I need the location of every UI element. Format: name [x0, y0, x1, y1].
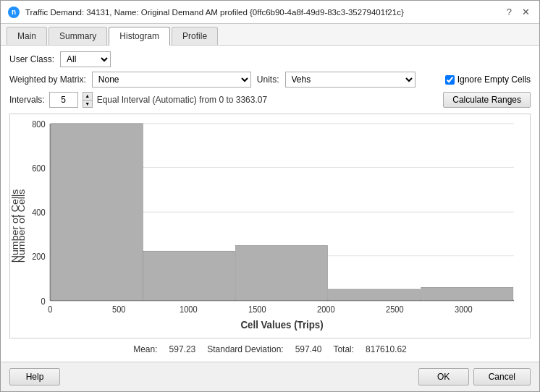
ignore-empty-cells-row: Ignore Empty Cells — [445, 74, 531, 85]
spin-controls: ▲ ▼ — [83, 92, 93, 108]
user-class-row: User Class: All — [9, 51, 531, 67]
window-title: Traffic Demand: 34131, Name: Original De… — [25, 8, 499, 17]
svg-text:2000: 2000 — [317, 304, 335, 315]
tab-summary[interactable]: Summary — [48, 27, 107, 45]
bar-1 — [51, 124, 143, 301]
stats-row: Mean: 597.23 Standard Deviation: 597.40 … — [9, 343, 531, 356]
intervals-label: Intervals: — [9, 95, 45, 105]
svg-text:800: 800 — [32, 119, 46, 129]
help-title-btn[interactable]: ? — [505, 7, 514, 17]
chart-area: Number of Cells 0 200 400 600 — [9, 114, 531, 338]
cancel-button[interactable]: Cancel — [473, 368, 531, 385]
app-icon: n — [8, 7, 20, 18]
tabs-row: Main Summary Histogram Profile — [1, 24, 539, 46]
title-controls: ? ✕ — [505, 7, 532, 17]
std-dev-value: 597.40 — [295, 344, 322, 354]
svg-text:3000: 3000 — [455, 304, 473, 315]
title-bar: n Traffic Demand: 34131, Name: Original … — [1, 1, 539, 24]
user-class-select[interactable]: All — [60, 51, 111, 67]
intervals-input[interactable] — [49, 92, 78, 108]
matrix-select[interactable]: None — [92, 72, 251, 88]
intervals-row: Intervals: ▲ ▼ Equal Interval (Automatic… — [9, 92, 531, 108]
svg-text:Number of Cells: Number of Cells — [17, 189, 27, 263]
user-class-label: User Class: — [9, 54, 54, 64]
svg-text:200: 200 — [32, 251, 46, 262]
svg-text:2500: 2500 — [386, 304, 404, 315]
histogram-chart: Number of Cells 0 200 400 600 — [10, 114, 530, 338]
svg-text:1500: 1500 — [248, 304, 266, 315]
svg-text:500: 500 — [112, 304, 126, 315]
svg-text:0: 0 — [48, 304, 52, 315]
bar-5 — [421, 287, 513, 300]
bar-4 — [329, 289, 421, 300]
svg-text:600: 600 — [32, 163, 46, 174]
spin-down-btn[interactable]: ▼ — [83, 101, 92, 108]
total-value: 817610.62 — [366, 344, 407, 354]
svg-text:400: 400 — [32, 208, 46, 218]
tab-main[interactable]: Main — [7, 27, 47, 45]
mean-label: Mean: — [133, 344, 157, 354]
units-label: Units: — [257, 74, 279, 85]
content-area: User Class: All Weighted by Matrix: None… — [1, 46, 539, 362]
tab-histogram[interactable]: Histogram — [109, 27, 170, 46]
help-button[interactable]: Help — [9, 368, 60, 385]
bar-2 — [143, 251, 235, 300]
units-select[interactable]: Vehs — [285, 72, 415, 88]
ignore-empty-cells-checkbox[interactable] — [445, 75, 455, 85]
svg-text:Cell Values (Trips): Cell Values (Trips) — [241, 318, 324, 331]
bar-3 — [236, 246, 328, 301]
ignore-empty-cells-label[interactable]: Ignore Empty Cells — [457, 74, 531, 85]
calculate-ranges-btn[interactable]: Calculate Ranges — [443, 92, 531, 108]
tab-profile[interactable]: Profile — [172, 27, 218, 45]
spin-up-btn[interactable]: ▲ — [83, 93, 92, 101]
matrix-label: Weighted by Matrix: — [9, 74, 86, 85]
footer: Help OK Cancel — [1, 362, 539, 391]
close-title-btn[interactable]: ✕ — [520, 7, 532, 17]
svg-text:1000: 1000 — [180, 304, 198, 315]
ok-button[interactable]: OK — [418, 368, 469, 385]
total-label: Total: — [333, 344, 354, 354]
std-dev-label: Standard Deviation: — [207, 344, 283, 354]
svg-text:0: 0 — [41, 296, 45, 307]
main-window: n Traffic Demand: 34131, Name: Original … — [0, 0, 540, 392]
footer-right: OK Cancel — [418, 368, 531, 385]
matrix-units-row: Weighted by Matrix: None Units: Vehs Ign… — [9, 72, 531, 88]
interval-info: Equal Interval (Automatic) from 0 to 336… — [97, 95, 267, 105]
mean-value: 597.23 — [169, 344, 196, 354]
